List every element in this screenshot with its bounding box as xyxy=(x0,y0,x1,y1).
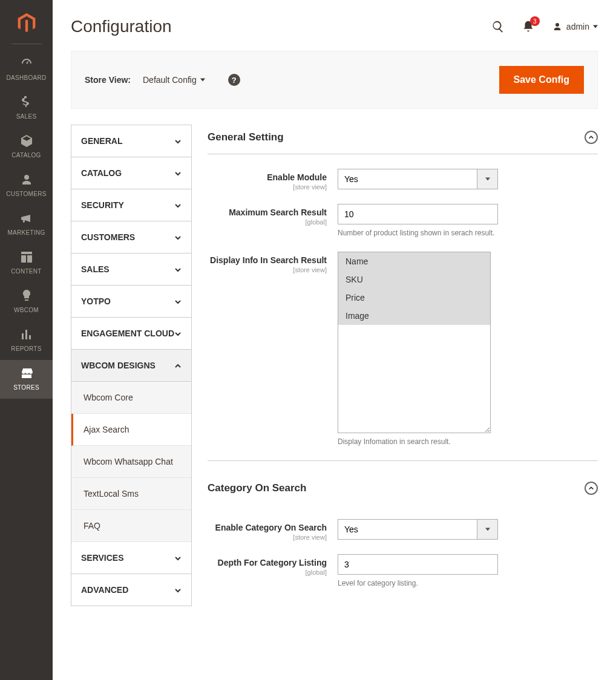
store-icon xyxy=(2,366,50,382)
chevron-down-icon xyxy=(174,586,182,593)
megaphone-icon xyxy=(2,211,50,227)
section-category-on-search-head[interactable]: Category On Search xyxy=(208,476,598,505)
tab-security[interactable]: SECURITY xyxy=(71,189,191,221)
section-divider xyxy=(208,460,598,461)
tab-sales[interactable]: SALES xyxy=(71,253,191,286)
magento-logo[interactable] xyxy=(15,11,39,35)
admin-sidebar: DASHBOARD SALES CATALOG CUSTOMERS MARKET… xyxy=(0,0,53,680)
nav-marketing[interactable]: MARKETING xyxy=(0,205,53,244)
chevron-down-icon xyxy=(174,298,182,305)
page-title: Configuration xyxy=(71,17,172,36)
display-info-multiselect[interactable]: Name SKU Price Image xyxy=(338,252,491,433)
config-tabs: GENERAL CATALOG SECURITY CUSTOMERS SALES… xyxy=(71,125,192,606)
field-scope: [global] xyxy=(208,218,327,226)
collapse-icon[interactable] xyxy=(585,131,598,144)
chevron-down-icon xyxy=(174,137,182,145)
depth-category-input[interactable] xyxy=(338,554,498,575)
nav-wbcom[interactable]: WBCOM xyxy=(0,283,53,321)
field-depth-category: Depth For Category Listing [global] Leve… xyxy=(208,554,598,589)
tab-advanced[interactable]: ADVANCED xyxy=(71,574,191,606)
chevron-down-icon xyxy=(174,169,182,177)
nav-catalog[interactable]: CATALOG xyxy=(0,128,53,166)
chevron-down-icon xyxy=(477,169,498,189)
tab-yotpo[interactable]: YOTPO xyxy=(71,286,191,318)
page-header: Configuration 3 admin xyxy=(71,0,598,51)
option-sku[interactable]: SKU xyxy=(338,270,490,289)
gauge-icon xyxy=(2,56,50,72)
subtab-wbcom-core[interactable]: Wbcom Core xyxy=(71,382,191,414)
field-scope: [global] xyxy=(208,569,327,576)
max-search-input[interactable] xyxy=(338,204,498,224)
nav-reports[interactable]: REPORTS xyxy=(0,321,53,360)
account-dropdown[interactable]: admin xyxy=(552,21,598,32)
section-general-setting-head[interactable]: General Setting xyxy=(208,125,598,154)
tab-wbcom-sub: Wbcom Core Ajax Search Wbcom Whatsapp Ch… xyxy=(71,382,191,542)
field-scope: [store view] xyxy=(208,534,327,541)
search-icon[interactable] xyxy=(491,20,505,33)
box-icon xyxy=(2,134,50,149)
enable-module-select[interactable]: Yes xyxy=(338,169,477,189)
notifications-button[interactable]: 3 xyxy=(522,20,535,33)
field-scope: [store view] xyxy=(208,183,327,191)
chevron-down-icon xyxy=(477,519,498,540)
notification-badge: 3 xyxy=(530,16,540,26)
subtab-faq[interactable]: FAQ xyxy=(71,510,191,542)
nav-stores[interactable]: STORES xyxy=(0,360,53,399)
field-hint: Level for category listing. xyxy=(338,578,498,589)
tab-catalog[interactable]: CATALOG xyxy=(71,157,191,189)
field-hint: Number of product listing shown in serac… xyxy=(338,228,498,238)
person-icon xyxy=(2,172,50,188)
section-title: General Setting xyxy=(208,131,284,143)
chevron-down-icon xyxy=(593,25,598,28)
field-label: Display Info In Search Result xyxy=(208,255,327,265)
field-enable-module: Enable Module [store view] Yes xyxy=(208,169,598,191)
field-scope: [store view] xyxy=(208,266,327,273)
tab-services[interactable]: SERVICES xyxy=(71,542,191,574)
dollar-icon xyxy=(2,95,50,111)
nav-sales[interactable]: SALES xyxy=(0,89,53,128)
section-title: Category On Search xyxy=(208,482,306,494)
nav-content[interactable]: CONTENT xyxy=(0,244,53,283)
field-hint: Display Infomation in search result. xyxy=(338,437,498,447)
subtab-ajax-search[interactable]: Ajax Search xyxy=(71,414,191,446)
field-label: Depth For Category Listing xyxy=(208,558,327,567)
field-label: Maximum Search Result xyxy=(208,208,327,217)
chevron-down-icon xyxy=(174,330,182,337)
field-enable-category: Enable Category On Search [store view] Y… xyxy=(208,519,598,541)
chevron-down-icon xyxy=(174,234,182,241)
chevron-down-icon xyxy=(200,78,205,82)
tab-engagement-cloud[interactable]: ENGAGEMENT CLOUD xyxy=(71,318,191,350)
field-max-search-result: Maximum Search Result [global] Number of… xyxy=(208,204,598,238)
tab-general[interactable]: GENERAL xyxy=(71,125,191,157)
chevron-down-icon xyxy=(174,201,182,209)
option-image[interactable]: Image xyxy=(338,307,490,325)
bars-icon xyxy=(2,327,50,343)
tab-wbcom-designs[interactable]: WBCOM DESIGNS xyxy=(71,350,191,382)
field-display-info: Display Info In Search Result [store vie… xyxy=(208,252,598,447)
help-icon[interactable]: ? xyxy=(228,74,240,86)
collapse-icon[interactable] xyxy=(585,482,598,495)
toolbar: Store View: Default Config ? Save Config xyxy=(71,51,598,109)
store-view-label: Store View: xyxy=(85,75,131,85)
user-name: admin xyxy=(566,22,589,31)
nav-customers[interactable]: CUSTOMERS xyxy=(0,166,53,205)
subtab-textlocal-sms[interactable]: TextLocal Sms xyxy=(71,478,191,510)
option-price[interactable]: Price xyxy=(338,289,490,307)
chevron-up-icon xyxy=(174,362,182,369)
field-label: Enable Module xyxy=(208,172,327,182)
layout-icon xyxy=(2,250,50,266)
store-view-switcher[interactable]: Default Config xyxy=(143,75,205,85)
option-name[interactable]: Name xyxy=(338,252,490,270)
save-config-button[interactable]: Save Config xyxy=(499,66,584,94)
chevron-down-icon xyxy=(174,266,182,273)
field-label: Enable Category On Search xyxy=(208,523,327,532)
user-icon xyxy=(552,21,563,32)
subtab-whatsapp-chat[interactable]: Wbcom Whatsapp Chat xyxy=(71,446,191,478)
tab-customers[interactable]: CUSTOMERS xyxy=(71,221,191,253)
nav-dashboard[interactable]: DASHBOARD xyxy=(0,50,53,89)
bulb-icon xyxy=(2,289,50,304)
enable-category-select[interactable]: Yes xyxy=(338,519,477,540)
chevron-down-icon xyxy=(174,554,182,561)
